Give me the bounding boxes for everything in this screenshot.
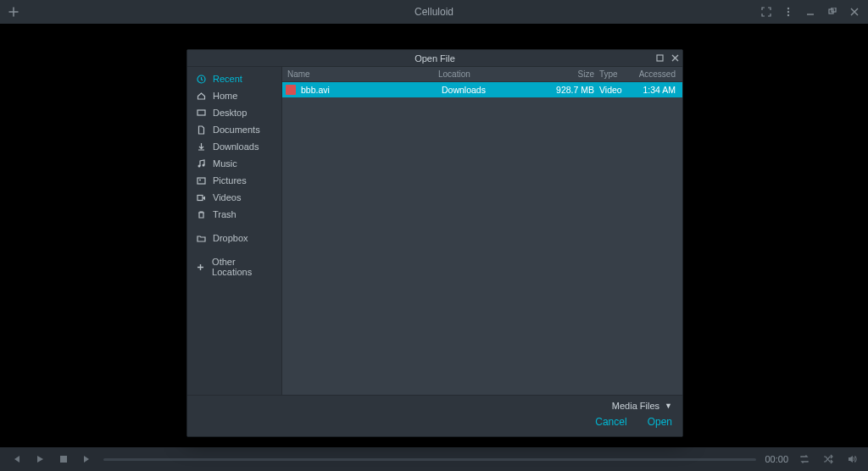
time-display: 00:00: [765, 454, 788, 464]
sidebar-item-documents[interactable]: Documents: [187, 121, 281, 138]
file-row[interactable]: bbb.avi Downloads 928.7 MB Video 1:34 AM: [282, 82, 682, 97]
sidebar-item-label: Home: [213, 91, 237, 101]
dialog-maximize-icon[interactable]: [654, 52, 665, 64]
next-button[interactable]: [80, 452, 95, 467]
file-accessed: 1:34 AM: [633, 85, 676, 95]
video-file-icon: [286, 85, 296, 95]
menu-icon[interactable]: [782, 5, 795, 19]
clock-icon: [196, 74, 206, 84]
sidebar-item-label: Music: [213, 158, 237, 169]
sidebar-item-label: Trash: [213, 209, 236, 219]
sidebar-item-trash[interactable]: Trash: [187, 206, 281, 223]
sidebar-item-label: Recent: [213, 74, 242, 84]
fullscreen-icon[interactable]: [760, 5, 773, 19]
sidebar-item-label: Other Locations: [212, 257, 273, 277]
dialog-titlebar: Open File: [187, 50, 682, 67]
sidebar-item-label: Dropbox: [213, 233, 248, 243]
svg-rect-13: [60, 456, 67, 463]
svg-rect-10: [198, 178, 205, 184]
player-controls: 00:00: [0, 447, 868, 471]
volume-button[interactable]: [844, 452, 860, 467]
file-name: bbb.avi: [299, 85, 442, 95]
plus-icon: [196, 262, 205, 272]
column-headers[interactable]: Name Location Size Type Accessed: [282, 67, 682, 82]
sidebar-item-recent[interactable]: Recent: [187, 70, 281, 87]
svg-rect-7: [198, 110, 205, 115]
add-button[interactable]: [7, 5, 20, 19]
sidebar-item-dropbox[interactable]: Dropbox: [187, 230, 281, 247]
stop-button[interactable]: [56, 452, 71, 467]
svg-point-9: [202, 163, 204, 166]
sidebar-item-pictures[interactable]: Pictures: [187, 172, 281, 189]
sidebar-item-music[interactable]: Music: [187, 155, 281, 172]
desktop-icon: [196, 108, 206, 118]
open-file-dialog: Open File Recent Home: [186, 49, 683, 437]
sidebar-item-downloads[interactable]: Downloads: [187, 138, 281, 155]
document-icon: [196, 125, 206, 135]
col-location[interactable]: Location: [438, 69, 548, 79]
folder-icon: [196, 233, 206, 243]
sidebar-item-label: Pictures: [213, 175, 247, 186]
sidebar-item-home[interactable]: Home: [187, 87, 281, 104]
music-icon: [196, 158, 206, 169]
sidebar-item-label: Documents: [213, 125, 260, 135]
chevron-down-icon: ▼: [665, 402, 672, 410]
file-location: Downloads: [442, 85, 548, 95]
dialog-title: Open File: [415, 53, 455, 64]
window-title: Celluloid: [108, 6, 760, 18]
video-viewport: Open File Recent Home: [0, 24, 868, 447]
cancel-button[interactable]: Cancel: [595, 416, 626, 428]
home-icon: [196, 91, 206, 101]
file-size: 928.7 MB: [548, 85, 599, 95]
shuffle-button[interactable]: [821, 452, 836, 467]
seek-bar[interactable]: [103, 458, 756, 461]
svg-point-1: [787, 11, 789, 13]
minimize-icon[interactable]: [804, 5, 817, 19]
col-accessed[interactable]: Accessed: [633, 69, 676, 79]
sidebar-item-desktop[interactable]: Desktop: [187, 104, 281, 121]
download-icon: [196, 141, 206, 152]
svg-rect-12: [198, 195, 203, 200]
filter-dropdown[interactable]: Media Files ▼: [198, 401, 672, 411]
places-sidebar: Recent Home Desktop Documents Downloads: [187, 67, 282, 395]
svg-rect-5: [657, 55, 663, 61]
previous-button[interactable]: [8, 452, 24, 467]
sidebar-item-videos[interactable]: Videos: [187, 189, 281, 206]
col-type[interactable]: Type: [599, 69, 633, 79]
maximize-icon[interactable]: [826, 5, 839, 19]
sidebar-item-label: Downloads: [213, 141, 259, 152]
play-button[interactable]: [32, 452, 47, 467]
svg-point-0: [787, 8, 789, 9]
sidebar-item-label: Desktop: [213, 108, 247, 118]
open-button[interactable]: Open: [648, 416, 672, 428]
svg-point-2: [787, 14, 789, 16]
pictures-icon: [196, 175, 206, 186]
trash-icon: [196, 209, 206, 219]
filter-label: Media Files: [612, 401, 659, 411]
close-icon[interactable]: [848, 5, 861, 19]
dialog-close-icon[interactable]: [669, 52, 681, 64]
col-size[interactable]: Size: [548, 69, 599, 79]
file-list-panel: Name Location Size Type Accessed bbb.avi…: [282, 67, 682, 395]
svg-point-8: [198, 164, 200, 167]
file-type: Video: [599, 85, 633, 95]
sidebar-item-other-locations[interactable]: Other Locations: [187, 253, 281, 280]
video-icon: [196, 192, 206, 202]
loop-button[interactable]: [797, 452, 812, 467]
col-name[interactable]: Name: [286, 69, 438, 79]
titlebar: Celluloid: [0, 0, 868, 24]
svg-point-11: [199, 179, 201, 180]
sidebar-item-label: Videos: [213, 192, 241, 202]
